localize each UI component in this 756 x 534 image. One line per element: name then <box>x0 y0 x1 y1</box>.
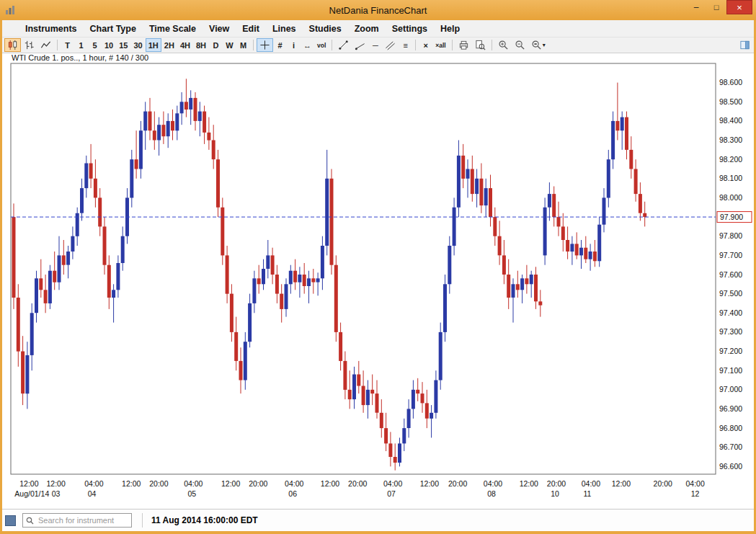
svg-text:12:00: 12:00 <box>19 479 38 488</box>
delete-all-lines-button[interactable]: ×all <box>432 38 448 52</box>
svg-text:12:00: 12:00 <box>221 479 240 488</box>
chart-type-bar-button[interactable] <box>21 38 37 52</box>
chart-area: WTI Crude 1. pos.., 1 hour, # 140 / 3009… <box>0 53 756 509</box>
app-window: NetDania FinanceChart – □ × InstrumentsC… <box>0 0 756 534</box>
window-controls: – □ × <box>686 0 752 14</box>
chart-type-line-button[interactable] <box>37 38 54 52</box>
timescale-1h-button[interactable]: 1H <box>146 38 161 52</box>
toolbar-right <box>737 38 753 53</box>
menu-view[interactable]: View <box>203 24 236 34</box>
svg-text:05: 05 <box>187 489 196 498</box>
menu-chart-type[interactable]: Chart Type <box>84 24 143 34</box>
svg-text:11: 11 <box>584 489 592 498</box>
h-scroll-button[interactable]: ↔ <box>301 38 314 52</box>
timescale-8h-button[interactable]: 8H <box>193 38 209 52</box>
svg-text:03: 03 <box>52 489 61 498</box>
panel-toggle-button[interactable] <box>737 38 753 52</box>
toolbar-items: T151015301H2H4H8HDWM#i↔vol─≡××all▾ <box>4 38 548 52</box>
svg-text:20:00: 20:00 <box>149 479 168 488</box>
maximize-button[interactable]: □ <box>706 0 726 14</box>
menu-edit[interactable]: Edit <box>236 24 266 34</box>
zoom-select-button[interactable]: ▾ <box>528 38 548 52</box>
svg-text:20:00: 20:00 <box>348 479 367 488</box>
svg-text:20:00: 20:00 <box>448 479 467 488</box>
ray-line-button[interactable] <box>352 38 368 52</box>
price-chart[interactable]: WTI Crude 1. pos.., 1 hour, # 140 / 3009… <box>0 53 756 509</box>
toolbar: T151015301H2H4H8HDWM#i↔vol─≡××all▾ <box>0 37 756 53</box>
horizontal-line-button[interactable]: ─ <box>368 38 382 52</box>
info-button[interactable]: i <box>287 38 301 52</box>
zoom-out-button[interactable] <box>512 38 528 52</box>
svg-text:06: 06 <box>288 489 297 498</box>
svg-text:98.200: 98.200 <box>719 155 742 164</box>
menu-studies[interactable]: Studies <box>303 24 348 34</box>
grid-button[interactable]: # <box>273 38 287 52</box>
trendline-button[interactable] <box>335 38 352 52</box>
svg-text:20:00: 20:00 <box>654 479 672 488</box>
svg-text:97.700: 97.700 <box>719 251 742 259</box>
print-preview-button[interactable] <box>472 38 489 52</box>
svg-text:07: 07 <box>387 489 396 498</box>
svg-text:97.400: 97.400 <box>719 308 742 317</box>
menu-time-scale[interactable]: Time Scale <box>143 24 203 34</box>
menu-settings[interactable]: Settings <box>386 24 434 34</box>
svg-text:12:00: 12:00 <box>46 479 65 488</box>
menu-lines[interactable]: Lines <box>266 24 303 34</box>
svg-text:96.700: 96.700 <box>719 442 742 451</box>
timescale-2h-button[interactable]: 2H <box>161 38 177 52</box>
svg-text:96.600: 96.600 <box>719 462 742 471</box>
timescale-1mo-button[interactable]: M <box>236 38 250 52</box>
window-border-left <box>0 20 2 534</box>
timescale-30m-button[interactable]: 30 <box>131 38 146 52</box>
svg-text:12:00: 12:00 <box>122 479 141 488</box>
svg-text:04:00: 04:00 <box>285 479 303 488</box>
timescale-5m-button[interactable]: 5 <box>88 38 102 52</box>
fib-levels-button[interactable]: ≡ <box>399 38 412 52</box>
timescale-1w-button[interactable]: W <box>223 38 236 52</box>
svg-text:97.000: 97.000 <box>719 385 742 393</box>
timescale-1m-button[interactable]: 1 <box>74 38 88 52</box>
svg-text:98.300: 98.300 <box>719 135 742 144</box>
toolbar-separator <box>253 40 254 50</box>
zoom-in-button[interactable] <box>495 38 512 52</box>
svg-text:12:00: 12:00 <box>520 479 538 488</box>
chart-type-candlestick-button[interactable] <box>4 38 21 52</box>
volume-button[interactable]: vol <box>314 38 329 52</box>
svg-text:97.500: 97.500 <box>719 289 742 298</box>
instrument-search-input[interactable] <box>37 515 128 525</box>
svg-text:12:00: 12:00 <box>321 479 339 488</box>
channel-button[interactable] <box>382 38 399 52</box>
toolbar-separator <box>332 40 332 50</box>
menu-help[interactable]: Help <box>434 24 466 34</box>
timescale-1d-button[interactable]: D <box>209 38 223 52</box>
timescale-15m-button[interactable]: 15 <box>116 38 130 52</box>
window-title: NetDania FinanceChart <box>0 5 756 16</box>
app-icon[interactable] <box>5 5 15 15</box>
close-button[interactable]: × <box>726 0 752 14</box>
toolbar-separator <box>57 40 58 50</box>
search-box <box>22 513 132 528</box>
svg-text:04:00: 04:00 <box>84 479 103 488</box>
status-indicator-icon[interactable] <box>5 515 16 526</box>
menu-instruments[interactable]: Instruments <box>19 24 84 34</box>
timescale-tick-button[interactable]: T <box>61 38 74 52</box>
svg-text:04:00: 04:00 <box>582 479 600 488</box>
svg-text:98.500: 98.500 <box>719 97 742 106</box>
svg-text:97.600: 97.600 <box>719 270 742 279</box>
minimize-button[interactable]: – <box>686 0 706 14</box>
menu-zoom[interactable]: Zoom <box>348 24 386 34</box>
current-price-tag: 97.900 <box>717 212 752 223</box>
timescale-10m-button[interactable]: 10 <box>102 38 116 52</box>
crosshair-button[interactable] <box>257 38 273 52</box>
svg-text:12:00: 12:00 <box>420 479 439 488</box>
svg-text:98.400: 98.400 <box>719 116 742 125</box>
timescale-4h-button[interactable]: 4H <box>177 38 193 52</box>
svg-text:10: 10 <box>551 489 559 498</box>
toolbar-separator <box>452 40 453 50</box>
delete-line-button[interactable]: × <box>419 38 432 52</box>
svg-text:98.100: 98.100 <box>719 174 742 182</box>
print-button[interactable] <box>455 38 472 52</box>
svg-text:98.000: 98.000 <box>719 193 742 202</box>
chart-instrument-label: WTI Crude 1. pos.., 1 hour, # 140 / 300 <box>12 53 148 62</box>
svg-text:20:00: 20:00 <box>249 479 267 488</box>
